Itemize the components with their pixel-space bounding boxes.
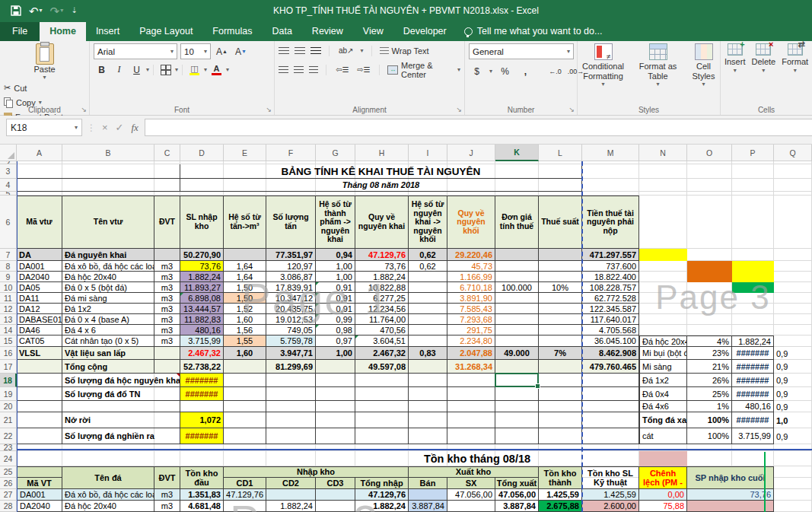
cell-L19[interactable] (539, 387, 582, 401)
cell-K7[interactable] (495, 249, 539, 261)
cell-A21[interactable] (17, 412, 62, 428)
cell-Q4[interactable] (774, 179, 812, 192)
cell-E6[interactable]: Hệ số từ tấn->m³ (224, 196, 266, 249)
cell-A24[interactable] (17, 451, 62, 466)
cell-G26[interactable]: CD3 (316, 478, 355, 489)
cell-H16[interactable]: 2.467,32 (355, 347, 409, 360)
cell-M7[interactable]: 471.297.557 (582, 249, 639, 261)
cell-F10[interactable]: 17.839,91 (266, 282, 316, 293)
cell-G15[interactable]: 0,97 (316, 336, 355, 347)
cell-D25[interactable]: Tồn kho đầu (180, 466, 224, 489)
cell-H6[interactable]: Quy về nguyên khai (355, 196, 409, 249)
cell-O12[interactable] (687, 304, 732, 314)
cell-G19[interactable] (316, 387, 355, 401)
cell-B28[interactable]: Đá hộc 20x40 (62, 501, 154, 512)
cell-P20[interactable]: 480,16 (732, 401, 774, 412)
cell-G9[interactable]: 1,00 (316, 272, 355, 282)
cell-G7[interactable]: 0,94 (316, 249, 355, 261)
cell-K15[interactable] (495, 336, 539, 347)
cell-N14[interactable] (639, 325, 687, 336)
cell-P18[interactable]: ####### (732, 374, 774, 387)
cell-A26[interactable]: Mã VT (17, 478, 62, 489)
row-header-27[interactable]: 27 (0, 489, 17, 501)
cell-J7[interactable]: 29.220,46 (447, 249, 495, 261)
cell-M21[interactable] (582, 412, 639, 428)
cell-A4[interactable] (17, 179, 180, 192)
cell-L13[interactable] (539, 314, 582, 325)
cell-A17[interactable] (17, 360, 62, 374)
cell-K22[interactable] (495, 428, 539, 444)
cell-N11[interactable] (639, 293, 687, 304)
cell-K21[interactable] (495, 412, 539, 428)
cell-A3[interactable] (17, 164, 180, 179)
cell-I27[interactable] (409, 489, 447, 501)
cell-C24[interactable] (154, 451, 180, 466)
cell-L9[interactable] (539, 272, 582, 282)
cell-E28[interactable] (224, 501, 266, 512)
cell-D14[interactable]: 480,16 (180, 325, 224, 336)
cell-G12[interactable]: 0,91 (316, 304, 355, 314)
column-header-C[interactable]: C (154, 145, 180, 161)
cell-K8[interactable] (495, 261, 539, 272)
row-header-13[interactable]: 13 (0, 314, 17, 325)
cell-G18[interactable] (316, 374, 355, 387)
cell-G20[interactable] (316, 401, 355, 412)
cell-J9[interactable]: 1.166,99 (447, 272, 495, 282)
cell-A10[interactable]: DA05 (17, 282, 62, 293)
cell-B18[interactable]: Số lượng đá hộc nguyên khai (62, 374, 180, 387)
cell-J18[interactable] (447, 374, 495, 387)
cell-J16[interactable]: 2.047,88 (447, 347, 495, 360)
cell-O8[interactable] (687, 261, 732, 282)
cell-C25[interactable]: ĐVT (154, 466, 180, 489)
cell-B25[interactable]: Tên đá (62, 466, 154, 489)
cell-H18[interactable] (355, 374, 409, 387)
cell-E11[interactable]: 1,50 (224, 293, 266, 304)
cell-M28[interactable]: 2.600,00 (582, 501, 639, 512)
cell-D27[interactable]: 1.351,83 (180, 489, 224, 501)
cell-G8[interactable]: 1,00 (316, 261, 355, 272)
cell-E19[interactable] (224, 387, 266, 401)
cell-Q28[interactable] (774, 501, 812, 512)
cell-D11[interactable]: 6.898,08 (180, 293, 224, 304)
cell-N15[interactable]: Đá hộc 20x40 (639, 336, 687, 347)
cell-E20[interactable] (224, 401, 266, 412)
row-header-22[interactable]: 22 (0, 428, 17, 444)
cell-B13[interactable]: Đá 0 x 4 (base A) (62, 314, 154, 325)
cell-H19[interactable] (355, 387, 409, 401)
cell-E22[interactable] (224, 428, 266, 444)
cell-K19[interactable] (495, 387, 539, 401)
cell-N13[interactable] (639, 314, 687, 325)
cell-N28[interactable]: 75,88 (639, 501, 687, 512)
cell-L14[interactable] (539, 325, 582, 336)
cell-F9[interactable]: 3.086,87 (266, 272, 316, 282)
cell-E18[interactable] (224, 374, 266, 387)
cell-H20[interactable] (355, 401, 409, 412)
cell-C17[interactable] (154, 360, 180, 374)
row-header-14[interactable]: 14 (0, 325, 17, 336)
cell-F12[interactable]: 20.435,75 (266, 304, 316, 314)
cell-A25[interactable] (17, 466, 62, 478)
row-header-17[interactable]: 17 (0, 360, 17, 374)
row-header-28[interactable]: 28 (0, 501, 17, 512)
cell-B17[interactable]: Tổng cộng (62, 360, 154, 374)
cell-N7[interactable] (639, 249, 687, 261)
cell-Q22[interactable]: 0,9 (774, 428, 812, 444)
cell-B12[interactable]: Đá 1x2 (62, 304, 154, 314)
cell-D24[interactable]: Tồn kho tháng 08/18 (180, 451, 774, 466)
cell-L10[interactable]: 10% (539, 282, 582, 293)
cell-F16[interactable]: 3.947,71 (266, 347, 316, 360)
cell-B16[interactable]: Vật liệu san lấp (62, 347, 154, 360)
cell-N9[interactable] (639, 272, 687, 282)
column-header-N[interactable]: N (639, 145, 687, 161)
cell-Q8[interactable] (774, 261, 812, 272)
cell-P17[interactable]: ####### (732, 360, 774, 374)
cell-K11[interactable] (495, 293, 539, 304)
row-header-4[interactable]: 4 (0, 179, 17, 192)
cell-C6[interactable]: ĐVT (154, 196, 180, 249)
cell-C14[interactable]: m3 (154, 325, 180, 336)
cell-P3[interactable] (732, 164, 774, 179)
cell-F20[interactable] (266, 401, 316, 412)
cell-M9[interactable]: 18.822.400 (582, 272, 639, 282)
cell-F21[interactable] (266, 412, 316, 428)
cell-M22[interactable] (582, 428, 639, 444)
